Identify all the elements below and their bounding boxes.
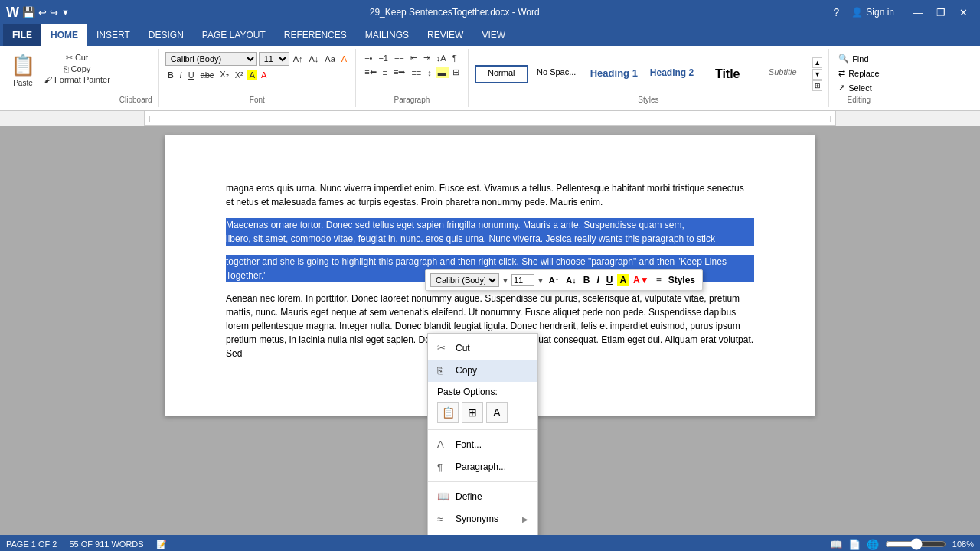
mini-underline-button[interactable]: U (604, 274, 616, 286)
numbering-button[interactable]: ≡1 (376, 53, 390, 64)
ruler-inner: | | (144, 111, 836, 126)
mini-font-select[interactable]: Calibri (Body) (430, 273, 499, 287)
show-formatting-button[interactable]: ¶ (450, 53, 459, 64)
underline-button[interactable]: U (186, 70, 197, 80)
minimize-button[interactable]: — (906, 5, 929, 20)
paste-button[interactable]: 📋 Paste (6, 52, 40, 89)
replace-button[interactable]: ⇄ Replace (835, 67, 882, 80)
text-highlight-button[interactable]: A (247, 70, 257, 80)
ctx-define[interactable]: 📖 Define (428, 485, 537, 508)
document-area[interactable]: magna eros quis urna. Nunc viverra imper… (0, 126, 980, 535)
sort-button[interactable]: ↕A (434, 53, 449, 64)
tab-view[interactable]: VIEW (472, 24, 514, 46)
zoom-slider[interactable] (885, 538, 946, 550)
style-normal[interactable]: Normal (475, 65, 528, 83)
ctx-font[interactable]: A Font... (428, 433, 537, 456)
font-size-select[interactable]: 11 (259, 52, 289, 66)
style-title[interactable]: Title (701, 65, 754, 83)
ctx-translate[interactable]: 🌐 Translate (428, 530, 537, 535)
align-right-button[interactable]: ≡➡ (391, 67, 407, 78)
translate-menu-icon: 🌐 (437, 534, 449, 535)
ctx-paragraph[interactable]: ¶ Paragraph... (428, 456, 537, 479)
style-heading1[interactable]: Heading 1 (585, 65, 643, 83)
text-effects-button[interactable]: A (339, 54, 349, 64)
help-icon[interactable]: ? (834, 6, 840, 18)
font-family-select[interactable]: Calibri (Body) (165, 52, 257, 66)
styles-down-button[interactable]: ▼ (812, 69, 822, 80)
mini-highlight-button[interactable]: A (617, 274, 629, 286)
increase-indent-button[interactable]: ⇥ (421, 52, 433, 64)
tab-file[interactable]: FILE (3, 24, 41, 46)
align-center-button[interactable]: ≡ (381, 67, 390, 78)
restore-button[interactable]: ❐ (930, 5, 952, 20)
paste-keep-formatting-button[interactable]: 📋 (437, 402, 459, 423)
strikethrough-button[interactable]: abc (198, 70, 217, 80)
font-row1: Calibri (Body) 11 A↑ A↓ Aa A (165, 52, 350, 66)
align-left-button[interactable]: ≡⬅ (362, 67, 378, 78)
mini-font-color-button[interactable]: A▼ (631, 274, 652, 286)
replace-icon: ⇄ (838, 68, 845, 78)
borders-button[interactable]: ⊞ (450, 67, 462, 78)
tab-mailings[interactable]: MAILINGS (356, 24, 418, 46)
superscript-button[interactable]: X² (233, 70, 246, 80)
ctx-copy[interactable]: ⎘ Copy (428, 360, 537, 383)
view-web-button[interactable]: 🌐 (867, 539, 879, 550)
tab-references[interactable]: REFERENCES (275, 24, 356, 46)
ctx-cut[interactable]: ✂ Cut (428, 337, 537, 360)
mini-bullets-button[interactable]: ≡ (654, 274, 664, 286)
synonyms-menu-icon: ≈ (437, 512, 449, 527)
mini-size-input[interactable] (511, 274, 534, 286)
paste-keep-text-only-button[interactable]: A (486, 402, 508, 423)
style-heading2[interactable]: Heading 2 (645, 65, 699, 83)
mini-bold-button[interactable]: B (581, 274, 593, 286)
ctx-synonyms[interactable]: ≈ Synonyms ▶ (428, 508, 537, 531)
decrease-font-button[interactable]: A↓ (306, 54, 321, 64)
style-nospace[interactable]: No Spac... (530, 65, 583, 83)
subscript-button[interactable]: X₂ (217, 69, 230, 80)
justify-button[interactable]: ≡≡ (409, 67, 423, 78)
find-button[interactable]: 🔍 Find (835, 52, 882, 65)
styles-more-button[interactable]: ⊞ (812, 80, 822, 91)
statusbar: PAGE 1 OF 2 55 OF 911 WORDS 📝 📖 📄 🌐 108% (0, 535, 980, 551)
tab-design[interactable]: DESIGN (139, 24, 193, 46)
bullets-button[interactable]: ≡• (362, 53, 374, 64)
bold-button[interactable]: B (165, 70, 176, 80)
copy-button[interactable]: ⎘ Copy (41, 64, 113, 74)
mini-toolbar: Calibri (Body) ▼ ▼ A↑ A↓ B I U A A▼ ≡ St… (425, 269, 703, 291)
styles-up-button[interactable]: ▲ (812, 57, 822, 68)
tab-page-layout[interactable]: PAGE LAYOUT (193, 24, 275, 46)
line-spacing-button[interactable]: ↕ (425, 67, 434, 78)
style-subtitle[interactable]: Subtitle (756, 65, 809, 83)
mini-styles-button[interactable]: Styles (666, 274, 697, 286)
undo-icon[interactable]: ↩ (38, 7, 47, 18)
paragraph-1: magna eros quis urna. Nunc viverra imper… (226, 181, 754, 209)
customize-icon[interactable]: ▼ (61, 8, 70, 17)
tab-review[interactable]: REVIEW (418, 24, 472, 46)
cut-button[interactable]: ✂ Cut (41, 52, 113, 64)
view-print-button[interactable]: 📄 (848, 539, 861, 550)
tab-home[interactable]: HOME (41, 24, 87, 46)
view-read-button[interactable]: 📖 (830, 539, 842, 550)
signin-button[interactable]: 👤 Sign in (845, 7, 900, 18)
format-painter-button[interactable]: 🖌 Format Painter (41, 74, 113, 85)
mini-italic-button[interactable]: I (594, 274, 601, 286)
italic-button[interactable]: I (178, 70, 185, 80)
decrease-indent-button[interactable]: ⇤ (408, 52, 420, 64)
synonyms-arrow-icon: ▶ (522, 514, 528, 525)
font-color-button[interactable]: A (259, 70, 269, 80)
mini-increase-font-button[interactable]: A↑ (547, 275, 561, 285)
redo-icon[interactable]: ↪ (50, 7, 58, 18)
select-button[interactable]: ↗ Select (835, 81, 882, 94)
mini-font-arrow[interactable]: ▼ (501, 275, 509, 286)
multilevel-button[interactable]: ≡≡ (392, 53, 407, 64)
paste-merge-formatting-button[interactable]: ⊞ (462, 402, 483, 423)
close-button[interactable]: ✕ (953, 5, 974, 20)
mini-decrease-font-button[interactable]: A↓ (564, 275, 578, 285)
increase-font-button[interactable]: A↑ (291, 54, 305, 64)
shading-button[interactable]: ▬ (436, 67, 449, 78)
mini-size-arrow[interactable]: ▼ (537, 275, 544, 286)
tab-insert[interactable]: INSERT (87, 24, 139, 46)
proofing-icon[interactable]: 📝 (156, 540, 167, 549)
change-case-button[interactable]: Aa (322, 54, 337, 64)
save-icon[interactable]: 💾 (22, 6, 35, 18)
